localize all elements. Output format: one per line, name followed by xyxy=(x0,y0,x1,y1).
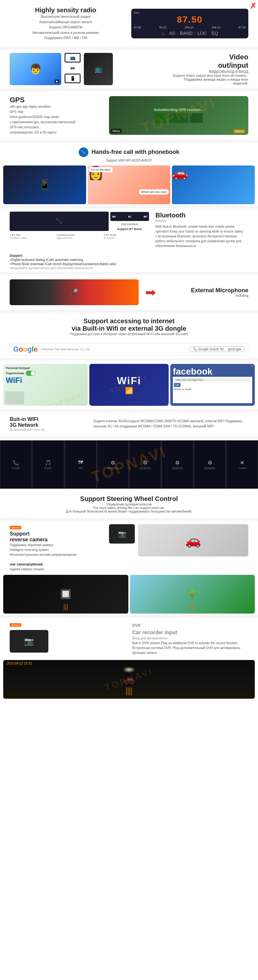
camera-title: Support reverse camera xyxy=(10,531,103,542)
google-bar: Google Shenzhen Top New Electonic, Co.,L… xyxy=(10,343,248,355)
video-title-ru: ВИДЕОВЫХОД В ВХОД xyxy=(171,70,248,73)
divider-7 xyxy=(0,358,258,361)
internet-title2: via Built-in Wifi or external 3G dongle xyxy=(10,325,248,332)
divider-3 xyxy=(0,140,258,143)
clear-icon: ✕ xyxy=(240,460,244,466)
video-section: 👦 ▶ 📺 ⬌ 📱 📺 Video out/input ВИДЕОВЫХОД В… xyxy=(0,50,258,88)
hotspot-status-label: Подключение xyxy=(6,372,24,375)
dvr-cam-image: 📷 xyxy=(10,630,48,652)
radio-controls: ⌂ AS BAND LOC EQ xyxy=(134,31,246,36)
gps-title: GPS xyxy=(10,96,103,104)
gps-desc-ru2: GPS-чип,голосовое xyxy=(10,125,103,130)
bt-play-icon[interactable]: ⏯ xyxy=(128,214,132,219)
gps-menu-label: Menu xyxy=(111,129,122,133)
fb-field[interactable]: Phone or email xyxy=(174,388,251,391)
cam-guide-lines2 xyxy=(190,604,194,610)
gps-screen-title: Autodetecting GPS receiver... xyxy=(154,108,204,111)
gps-map-blocks xyxy=(154,113,203,123)
reserve4-icon: ⚙ xyxy=(208,460,212,466)
guide-line-1 xyxy=(64,604,65,610)
steering-desc3: Для большей безопасности жизни.Может под… xyxy=(10,510,248,513)
speech-bubble: I'm on the way! xyxy=(89,167,113,172)
steering-desc-ru: Управление рулевым колесом xyxy=(10,503,248,506)
gps-map-block1 xyxy=(154,113,167,123)
mic-visual: 🎤 xyxy=(10,279,139,305)
bt-screens-block: ␗ ⏮ ⏯ ⏭ Dial interface Support BT Music … xyxy=(10,212,149,248)
wifi3g-right-block: Support external 3G/4G(support WCDMA/CDM… xyxy=(94,419,248,429)
fb-url-bar[interactable]: https://vk.com/login?act=... xyxy=(174,378,251,382)
gps-text-block: GPS with gps app highly sensitive GPS ch… xyxy=(10,96,103,135)
night-road-image: 🚗 2015-08-22 19:32 TOPNAVI xyxy=(3,660,255,699)
video-text-block: Video out/input ВИДЕОВЫХОД В ВХОД Suppor… xyxy=(171,53,248,85)
bt-dial-labels: 1 BT Dialbt набрать номер 2 Address Book… xyxy=(10,234,149,239)
wifi-dongle-block: WiFi 📶 TOPNAVI xyxy=(89,364,169,406)
radio-freq4: 106.10 xyxy=(212,26,221,29)
tablet-icon: 📱 xyxy=(65,73,81,83)
transfer-icon: ⬌ xyxy=(70,64,75,72)
wifi-label: WiFi xyxy=(117,375,141,387)
mic-section: 🎤 ➡ External Microphone including xyxy=(0,275,258,310)
dvr-title-ru: Вход для автомагнитол xyxy=(132,636,248,641)
camera-title-ru: Поддержка обратная камера xyxy=(10,542,103,547)
bt-dial-interface-label: Dial interface xyxy=(121,223,139,226)
google-search-box[interactable]: 🔍 Google search for... good gas xyxy=(189,347,245,352)
camera-day-view: 🌳 xyxy=(130,575,255,614)
support-title: Support: xyxy=(10,254,248,258)
car-icon: 🚗 xyxy=(185,533,201,548)
phone-panel-label: PHONE xyxy=(12,467,20,469)
camera-icon: 📷 xyxy=(118,530,126,538)
search-icon: 🔍 xyxy=(193,347,197,351)
radio-feature1-ru2: Поддержка DRS / AM / FM xyxy=(10,35,122,41)
dvr-desc2: Встроенная система DVR. Plug дополнитель… xyxy=(132,646,248,655)
hotspot-toggle[interactable] xyxy=(26,371,35,376)
divider-8 xyxy=(0,409,258,412)
wifi3g-title-ru: Встроенный WiFi Сеть 3G xyxy=(10,428,87,431)
gps-desc2: GPS chip xyxy=(10,109,103,115)
mic-title: External Microphone xyxy=(162,287,248,294)
gps-speed: Speed xyxy=(234,129,245,133)
camera-title2: reverse camera xyxy=(10,537,48,542)
dvr-visual-block: optional 📷 xyxy=(10,623,126,652)
dvr-subtitle: Car recorder input xyxy=(132,628,248,636)
stereo-panel-clear: ✕ CLEAR xyxy=(226,440,258,489)
clear-label: CLEAR xyxy=(238,467,246,469)
google-search-hint: good gas xyxy=(228,347,241,351)
google-company: Shenzhen Top New Electonic, Co.,Ltd xyxy=(41,348,186,351)
bt-label3: 3 BT MusicBT Музыка xyxy=(104,234,149,239)
gps-map-block2 xyxy=(169,113,188,123)
day-cam-icon: 🌳 xyxy=(187,589,198,599)
guide-line-6 xyxy=(193,604,194,610)
bt-features-section: ␗ ⏮ ⏯ ⏭ Dial interface Support BT Music … xyxy=(0,208,258,251)
steering-desc2: For more safety drivling life.Can suppor… xyxy=(10,506,248,510)
support-ru1: Продолжайте рулевое колесо для обеспечен… xyxy=(10,266,248,270)
support-list-block: Support: +Digital keyboard dialing •Call… xyxy=(0,251,258,272)
reserve3-icon: ⚙ xyxy=(175,460,180,466)
gps-section: GPS with gps app highly sensitive GPS ch… xyxy=(0,91,258,140)
radio-text-block: Highly sensity radio Высокочувствительны… xyxy=(10,6,122,41)
bt-next-icon[interactable]: ⏭ xyxy=(143,214,147,219)
guide-line-5 xyxy=(192,604,193,610)
bt-handsfree-header: ␗ Hands-free call with phonebook Support… xyxy=(0,143,258,164)
dvr-title: DVR xyxy=(132,621,248,628)
road-line-3 xyxy=(131,687,132,695)
car-stereo-screen: TOPNAVI 📞 PHONE 🎵 MUSIC 🗺 NAV ⚙ RESERVE … xyxy=(0,440,258,489)
night-cam-icon: 🔲 xyxy=(60,589,71,599)
bt-images-row: 📱 ✗ I'm on the way! Where are you now! 👩… xyxy=(0,164,258,206)
gps-desc-ru: с приложением gps, высокочувствительный xyxy=(10,120,103,125)
camera-desc-ru: Интеллектуальная система реверсирования xyxy=(10,552,103,557)
video-title: Video xyxy=(171,53,248,61)
bt-prev-icon[interactable]: ⏮ xyxy=(112,214,116,219)
speech-bubble2: Where are you now! xyxy=(139,189,169,194)
bt-right-screens: ⏮ ⏯ ⏭ Dial interface Support BT Music xyxy=(110,212,149,231)
brand-watermark: TOPNAVI xyxy=(47,390,86,406)
reserve2-icon: ⚙ xyxy=(143,460,147,466)
gps-desc: with gps app highly sensitive xyxy=(10,104,103,109)
stereo-panel-reserve: ⚙ RESERVE xyxy=(97,440,129,489)
video-title2: out/input xyxy=(171,61,248,70)
check-mark: ✓ xyxy=(248,167,253,175)
bt-main-title: Bluetooth xyxy=(155,212,248,219)
internet-desc-ru: Поддержка доступа в Интернет через встро… xyxy=(10,332,248,336)
bt-label2: 2 Address BookАдресная книга xyxy=(57,234,102,239)
wifi3g-title2: 3G Network xyxy=(10,422,87,428)
facebook-logo: facebook xyxy=(173,366,252,377)
